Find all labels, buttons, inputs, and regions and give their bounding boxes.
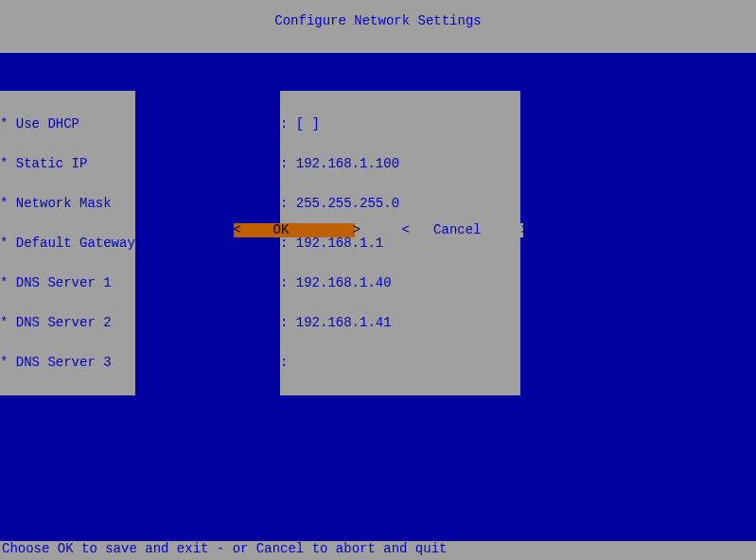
main-area: * Use DHCP * Static IP * Network Mask * … xyxy=(0,53,756,541)
label-dns-server-3: * DNS Server 3 xyxy=(0,356,135,369)
value-network-mask[interactable]: : 255.255.255.0 xyxy=(280,197,520,210)
button-row: < OK > < Cancel > xyxy=(0,223,756,237)
footer-hint: Choose OK to save and exit - or Cancel t… xyxy=(0,541,756,560)
field-values-column: : [ ] : 192.168.1.100 : 255.255.255.0 : … xyxy=(280,91,520,395)
value-static-ip[interactable]: : 192.168.1.100 xyxy=(280,157,520,170)
label-dns-server-2: * DNS Server 2 xyxy=(0,316,135,329)
label-default-gateway: * Default Gateway xyxy=(0,236,135,250)
value-dns-server-3[interactable]: : xyxy=(280,356,520,369)
label-use-dhcp: * Use DHCP xyxy=(0,117,135,131)
label-network-mask: * Network Mask xyxy=(0,197,135,210)
value-dns-server-1[interactable]: : 192.168.1.40 xyxy=(280,276,520,289)
field-labels-column: * Use DHCP * Static IP * Network Mask * … xyxy=(0,91,135,395)
title-bar: Configure Network Settings xyxy=(0,0,756,53)
value-dns-server-2[interactable]: : 192.168.1.41 xyxy=(280,316,520,329)
page-title: Configure Network Settings xyxy=(274,13,481,28)
label-static-ip: * Static IP xyxy=(0,157,135,170)
value-default-gateway[interactable]: : 192.168.1.1 xyxy=(280,236,520,250)
cancel-button[interactable]: < Cancel > xyxy=(402,223,523,237)
value-use-dhcp[interactable]: : [ ] xyxy=(280,117,520,131)
label-dns-server-1: * DNS Server 1 xyxy=(0,276,135,289)
ok-button[interactable]: < OK > xyxy=(234,223,355,237)
